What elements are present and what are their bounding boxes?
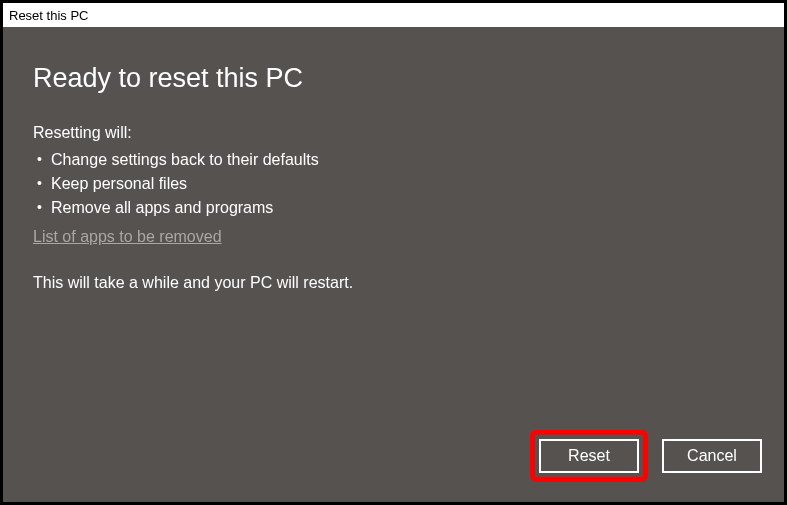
list-item: Keep personal files xyxy=(33,172,754,196)
list-item: Change settings back to their defaults xyxy=(33,148,754,172)
dialog-content: Ready to reset this PC Resetting will: C… xyxy=(3,27,784,502)
window-titlebar: Reset this PC xyxy=(3,3,784,27)
page-title: Ready to reset this PC xyxy=(33,63,754,94)
reset-button[interactable]: Reset xyxy=(539,439,639,473)
highlight-annotation: Reset xyxy=(530,430,648,482)
reset-pc-window: Reset this PC Ready to reset this PC Res… xyxy=(0,0,787,505)
reset-actions-list: Change settings back to their defaults K… xyxy=(33,148,754,220)
apps-removed-link[interactable]: List of apps to be removed xyxy=(33,228,754,246)
list-item: Remove all apps and programs xyxy=(33,196,754,220)
window-title: Reset this PC xyxy=(9,8,88,23)
restart-note: This will take a while and your PC will … xyxy=(33,274,754,292)
cancel-button[interactable]: Cancel xyxy=(662,439,762,473)
subheading: Resetting will: xyxy=(33,124,754,142)
button-bar: Reset Cancel xyxy=(530,430,762,482)
